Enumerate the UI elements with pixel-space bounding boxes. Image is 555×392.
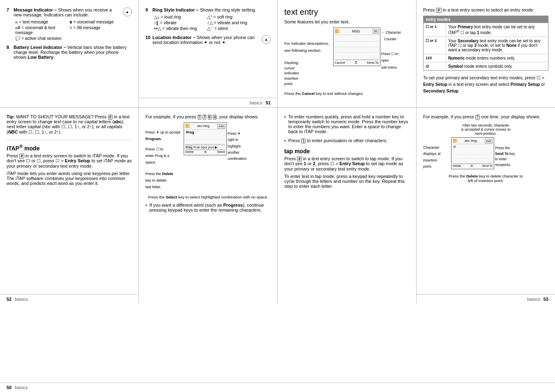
sendto-label: Press theSend To keyto enterrecipients. [495,145,527,168]
page-50: 7 Message Indicator – Shows when you rec… [0,0,139,107]
entry-mode-row-1: ☐ or 1 Your Primary text entry mode can … [424,23,548,37]
item-7-icon: ▲ [123,7,132,41]
label-press-open: Press ☐ toopensub-menu. [381,51,413,70]
ex-options-row: Prog Proh Spor pros ▶ [185,145,225,149]
delete-note: Press the Delete key to delete character… [423,174,548,183]
page-53-number: 53 [543,297,548,302]
ex-phone-header: 📶abc Msg440 [185,124,225,129]
item-10-content: Location Indicator – Shows when your pho… [152,35,260,45]
phone-text-row-2 [335,42,379,47]
page-53-right: For example, if you press 7 one time, yo… [417,108,555,304]
ind-voicemail-text: ✉# = voicemail & text message [15,25,67,35]
item-8-num: 8 [7,45,12,60]
mode-key-2: ☐ or 2 [424,37,446,54]
example-intro: For example, if you press 7 7 6 4, your … [145,114,271,119]
item-10: 10 Location Indicator – Shows when your … [145,35,271,45]
page53-diagram: Characterdisplays atinsertionpoint. 📶abc… [423,137,548,170]
tap-mode-section: tap mode Press # in a text entry screen … [284,148,410,189]
ex-empty-row-1 [185,136,225,140]
label-for-indicator: For indicator descriptions,see following… [284,40,329,54]
bullet-numbers-text: To enter numbers quickly, press and hold… [288,114,410,134]
tip-text: WANT TO SHOUT YOUR MESSAGE? Press 0 in a… [7,114,130,134]
mode-desc-4: Symbol mode enters symbols only. [446,62,548,71]
signal-icon: 📶 [335,29,339,34]
text-entry-intro: Some features let you enter text. [284,19,410,24]
page53-right-callout: Press theSend To keyto enterrecipients. [495,145,527,168]
indicator-grid: ✉ = text message ☎ = voicemail message ✉… [15,19,121,41]
ring-vibrate: ↕‖ = vibrate [154,20,203,25]
mode-desc-1: Your Primary text entry mode can be set … [446,23,548,37]
ring-soft: △° = soft ring [207,14,256,19]
ex-empty-row-2 [185,140,225,144]
item-7: 7 Message Indicator – Shows when you rec… [7,7,132,41]
ind-text-msg: ✉ = text message [15,19,67,24]
ind-chat: 💬 = active chat session [15,36,121,41]
page53-phone-screen: 📶abc Msg440 P Delete☰Send To [451,137,494,169]
page-51-label-left: basics [250,100,263,105]
page-52: Tip: WANT TO SHOUT YOUR MESSAGE? Press 0… [0,108,139,304]
example-phone-screen: 📶abc Msg440 Prog Prog Proh Spor pros ▶ [184,122,227,155]
item-8-title: Battery Level Indicator – [14,45,66,50]
page-51-left-footer: basics 51 [139,98,277,107]
mode-key-3: 123 [424,54,446,62]
entry-modes-intro: Press # in a text entry screen to select… [423,7,548,12]
phone-example-diagram: Press ✦ up to acceptProgram. Press ☐ toe… [145,122,271,191]
page53-left-labels: Characterdisplays atinsertionpoint. [423,137,448,170]
page-52-number: 52 [7,297,12,302]
p53-buttons: Delete☰Send To [453,164,493,168]
page-53-label: basics [527,297,540,302]
item-7-num: 7 [7,7,12,41]
char-counter-val: 50 [373,29,379,34]
phone-text-row-4 [335,53,379,59]
phone-right-labels: ← Character Counter Press ☐ toopensub-me… [381,29,413,71]
label-char-counter: ← Character Counter [381,29,413,42]
accept-label: Press ✦ up to acceptProgram. [145,129,180,142]
item-8: 8 Battery Level Indicator – Vertical bar… [7,45,132,60]
item-9-content: Ring Style Indicator – Shows the ring st… [152,7,256,31]
bullet-punct-text: Press 1 to enter punctuation or other ch… [288,138,387,143]
bullet-numbers-dot: • [284,114,286,134]
example-phone: 📶abc Msg440 Prog Prog Proh Spor pros ▶ [184,122,227,155]
p53-empty-1 [453,150,493,154]
entry-modes-table: entry modes ☐ or 1 Your Primary text ent… [423,16,548,71]
item-10-num: 10 [145,35,150,45]
example-labels-left: Press ✦ up to acceptProgram. Press ☐ toe… [145,122,180,191]
p53-header: 📶abc Msg440 [453,139,493,144]
bullet-punctuation: • Press 1 to enter punctuation or other … [284,138,410,143]
itap-title: iTAP® mode [7,143,132,152]
bullet-dot: • [145,203,147,212]
entry-mode-row-4: @ Symbol mode enters symbols only. [424,62,548,71]
phone-screen-container: 📶 MSG 50 Cancel ☰ Send To [333,28,380,66]
ring-vib-then: ↦△ = vibrate then ring [154,26,203,31]
tap-mode-body-1: Press # in a text entry screen to switch… [284,156,410,171]
page-52-footer: 52 basics [0,294,138,304]
phone-screen: 📶 MSG 50 Cancel ☰ Send To [333,28,380,66]
select-note: Press the Select key to select highlight… [145,195,271,199]
item-7-title: Message Indicator – [14,7,57,12]
ex-phone-buttons: Delete☰Select [185,150,225,154]
item-9: 9 Ring Style Indicator – Shows the ring … [145,7,271,31]
bullet-text: If you want a different word (such as Pr… [150,203,271,212]
item-7-content: Message Indicator – Shows when you recei… [14,7,121,41]
ind-voicemail: ☎ = voicemail message [70,19,121,24]
text-entry-section: text entry Some features let you enter t… [278,0,417,107]
item-10-title: Location Indicator – [152,35,196,40]
itap-body-1: Press # in a text entry screen to switch… [7,153,132,168]
enter-label: Press ☐ toenter Prog & aspace. [145,146,180,166]
label-flashing: Flashingcursorindicatesinsertionpoint. [284,60,329,86]
page53-example-intro: For example, if you press 7 one time, yo… [423,114,548,119]
cancel-btn: Cancel [335,61,345,65]
ring-vib-ring: ↕△ = vibrate and ring [207,20,256,25]
text-entry-title: text entry [284,7,410,17]
mode-desc-2: Your Secondary text entry mode can be se… [446,37,548,54]
entry-modes-footer-note: To set your primary and secondary text e… [423,75,548,94]
mode-desc-3: Numeric mode enters numbers only. [446,54,548,62]
menu-btn: ☰ [355,61,357,65]
ex-prog-row: Prog [185,130,225,136]
mode-key-1: ☐ or 1 [424,23,446,37]
page-53-footer: basics 53 [417,294,555,304]
page-51-number: 51 [266,100,271,105]
entry-modes-section: Press # in a text entry screen to select… [417,0,555,107]
item-9-body: Shows the ring style setting. [200,7,256,12]
cancel-note: Press the Cancel key to exit without cha… [284,91,410,96]
